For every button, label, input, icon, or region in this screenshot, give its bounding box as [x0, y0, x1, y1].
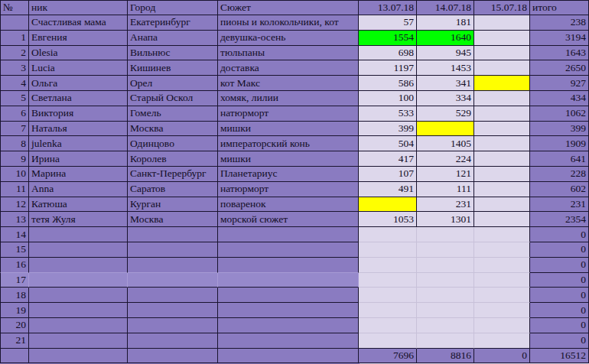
cell-d2[interactable]: 111: [417, 182, 474, 197]
cell-nick[interactable]: [29, 258, 128, 273]
cell-d1[interactable]: [359, 318, 417, 333]
header-cell-total[interactable]: итого: [530, 0, 589, 15]
cell-city[interactable]: Курган: [128, 197, 218, 213]
cell-d2[interactable]: [417, 288, 474, 303]
header-cell-subject[interactable]: Сюжет: [218, 0, 359, 15]
cell-d2[interactable]: [417, 258, 474, 273]
cell-total[interactable]: 1909: [530, 136, 589, 151]
cell-d1[interactable]: [359, 333, 417, 349]
header-cell-d1[interactable]: 13.07.18: [359, 0, 417, 15]
cell-d2[interactable]: 1640: [417, 31, 474, 46]
cell-d1[interactable]: 491: [359, 182, 417, 197]
cell-subject[interactable]: натюрморт: [218, 106, 359, 122]
cell-d1[interactable]: [359, 288, 417, 303]
cell-nick[interactable]: Ирина: [29, 151, 128, 167]
cell-city[interactable]: Анапа: [128, 31, 218, 46]
cell-total[interactable]: 641: [530, 151, 589, 167]
cell-subject[interactable]: Планетариус: [218, 167, 359, 182]
cell-total[interactable]: 0: [530, 303, 589, 318]
cell-nick[interactable]: Евгения: [29, 31, 128, 46]
cell-nick[interactable]: Anna: [29, 182, 128, 197]
cell-nick[interactable]: тетя Жуля: [29, 212, 128, 227]
cell-d2[interactable]: 1405: [417, 136, 474, 151]
cell-d1[interactable]: 399: [359, 122, 417, 137]
cell-d1[interactable]: 586: [359, 76, 417, 91]
cell-d1[interactable]: 1197: [359, 60, 417, 76]
cell-d2[interactable]: [417, 303, 474, 318]
cell-city[interactable]: Москва: [128, 212, 218, 227]
cell-d2[interactable]: 341: [417, 76, 474, 91]
cell-subject[interactable]: кот Макс: [218, 76, 359, 91]
cell-nick[interactable]: Наталья: [29, 122, 128, 137]
cell-nick[interactable]: Виктория: [29, 106, 128, 122]
header-cell-city[interactable]: Город: [128, 0, 218, 15]
cell-subject[interactable]: пионы и колокольчики, кот: [218, 15, 359, 31]
cell-subject[interactable]: [218, 242, 359, 258]
cell-subject[interactable]: поваренок: [218, 197, 359, 213]
cell-num[interactable]: 12: [0, 197, 29, 213]
cell-d1[interactable]: 533: [359, 106, 417, 122]
cell-subject[interactable]: тюльпаны: [218, 46, 359, 61]
cell-d3[interactable]: [474, 318, 530, 333]
cell-nick[interactable]: julenka: [29, 136, 128, 151]
cell-city[interactable]: Кишинев: [128, 60, 218, 76]
cell-subject[interactable]: императорский конь: [218, 136, 359, 151]
cell-d3[interactable]: [474, 76, 530, 91]
cell-d3[interactable]: [474, 212, 530, 227]
cell-city[interactable]: Санкт-Перербург: [128, 167, 218, 182]
header-cell-d3[interactable]: 15.07.18: [474, 0, 530, 15]
cell-city[interactable]: [128, 258, 218, 273]
cell-num[interactable]: 1: [0, 31, 29, 46]
cell-subject[interactable]: [218, 273, 359, 288]
cell-subject[interactable]: [218, 333, 359, 349]
cell-total[interactable]: 602: [530, 182, 589, 197]
cell-total[interactable]: 1062: [530, 106, 589, 122]
cell-total[interactable]: 0: [530, 258, 589, 273]
cell-d3[interactable]: [474, 106, 530, 122]
cell-city[interactable]: Вильнюс: [128, 46, 218, 61]
cell-nick[interactable]: Катюша: [29, 197, 128, 213]
total-cell-nick[interactable]: [29, 349, 128, 364]
cell-d3[interactable]: [474, 15, 530, 31]
cell-d3[interactable]: [474, 91, 530, 106]
total-cell-d3[interactable]: 0: [474, 349, 530, 364]
cell-num[interactable]: 8: [0, 136, 29, 151]
total-cell-city[interactable]: [128, 349, 218, 364]
cell-num[interactable]: 17: [0, 273, 29, 288]
cell-d3[interactable]: [474, 273, 530, 288]
cell-d2[interactable]: 529: [417, 106, 474, 122]
cell-total[interactable]: 0: [530, 333, 589, 349]
cell-d2[interactable]: 1301: [417, 212, 474, 227]
cell-nick[interactable]: [29, 242, 128, 258]
cell-d3[interactable]: [474, 288, 530, 303]
cell-num[interactable]: 13: [0, 212, 29, 227]
cell-d2[interactable]: 945: [417, 46, 474, 61]
cell-d2[interactable]: [417, 333, 474, 349]
cell-nick[interactable]: Ольга: [29, 76, 128, 91]
cell-d1[interactable]: [359, 273, 417, 288]
cell-nick[interactable]: [29, 227, 128, 242]
cell-total[interactable]: 434: [530, 91, 589, 106]
cell-num[interactable]: 19: [0, 303, 29, 318]
header-cell-nick[interactable]: ник: [29, 0, 128, 15]
cell-city[interactable]: [128, 303, 218, 318]
cell-d3[interactable]: [474, 182, 530, 197]
cell-nick[interactable]: Марина: [29, 167, 128, 182]
cell-subject[interactable]: [218, 303, 359, 318]
total-cell-total[interactable]: 16512: [530, 349, 589, 364]
cell-num[interactable]: 2: [0, 46, 29, 61]
cell-num[interactable]: 3: [0, 60, 29, 76]
cell-subject[interactable]: [218, 258, 359, 273]
cell-d3[interactable]: [474, 303, 530, 318]
cell-city[interactable]: [128, 227, 218, 242]
cell-d1[interactable]: 698: [359, 46, 417, 61]
cell-nick[interactable]: [29, 318, 128, 333]
cell-d3[interactable]: [474, 167, 530, 182]
cell-subject[interactable]: доставка: [218, 60, 359, 76]
cell-nick[interactable]: [29, 288, 128, 303]
cell-city[interactable]: [128, 318, 218, 333]
cell-d3[interactable]: [474, 60, 530, 76]
cell-total[interactable]: 927: [530, 76, 589, 91]
cell-num[interactable]: 14: [0, 227, 29, 242]
cell-city[interactable]: Старый Оскол: [128, 91, 218, 106]
